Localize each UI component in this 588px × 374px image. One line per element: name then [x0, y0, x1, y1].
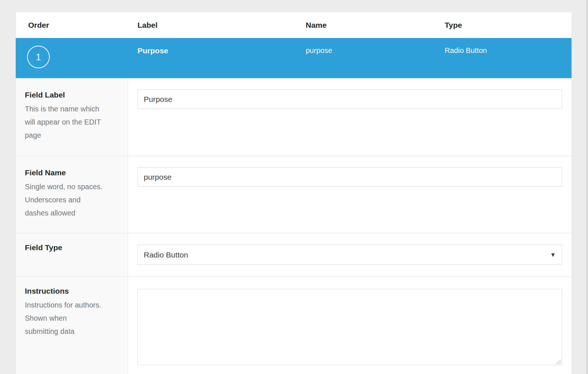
setting-input-cell: [128, 156, 572, 233]
setting-description: Instructions for authors. Shown when sub…: [25, 298, 118, 338]
instructions-textarea[interactable]: [137, 289, 562, 365]
setting-label-cell: Field Label This is the name which will …: [16, 78, 128, 156]
setting-label-cell: Field Name Single word, no spaces. Under…: [16, 156, 128, 233]
setting-row-field-type: Field Type Radio Button ▼: [16, 233, 572, 276]
setting-input-cell: [128, 277, 572, 374]
setting-description: This is the name which will appear on th…: [25, 102, 118, 142]
setting-row-instructions: Instructions Instructions for authors. S…: [16, 276, 572, 374]
setting-title: Field Label: [25, 91, 118, 99]
setting-description: Single word, no spaces. Underscores and …: [25, 180, 118, 220]
column-header-name: Name: [306, 21, 445, 30]
setting-input-cell: [128, 78, 572, 156]
setting-title: Instructions: [25, 287, 118, 295]
setting-label-cell: Instructions Instructions for authors. S…: [16, 277, 128, 374]
setting-title: Field Name: [25, 168, 118, 177]
field-label-input[interactable]: [137, 89, 562, 109]
field-summary-type: Radio Button: [445, 38, 572, 78]
instructions-textarea-wrap: [137, 289, 562, 365]
column-header-label: Label: [137, 21, 306, 30]
setting-row-field-label: Field Label This is the name which will …: [16, 78, 572, 156]
setting-input-cell: Radio Button ▼: [128, 233, 572, 276]
order-badge: 1: [27, 46, 50, 68]
setting-title: Field Type: [25, 243, 118, 252]
setting-row-field-name: Field Name Single word, no spaces. Under…: [16, 156, 572, 233]
field-settings-table: Order Label Name Type Purpose purpose Ra…: [15, 12, 572, 374]
setting-label-cell: Field Type: [16, 233, 128, 276]
field-summary-row[interactable]: Purpose purpose Radio Button 1: [16, 38, 572, 78]
table-header-row: Order Label Name Type: [16, 12, 572, 38]
field-type-selected-value: Radio Button: [144, 251, 188, 259]
field-type-select[interactable]: Radio Button ▼: [137, 245, 562, 265]
column-header-type: Type: [445, 21, 572, 30]
column-header-order: Order: [16, 21, 137, 30]
field-summary-label: Purpose: [137, 38, 306, 78]
field-name-input[interactable]: [137, 167, 562, 187]
dropdown-arrow-icon: ▼: [550, 252, 556, 258]
resize-handle-icon[interactable]: [555, 358, 561, 365]
field-summary-name: purpose: [306, 38, 445, 78]
vertical-scrollbar[interactable]: [586, 0, 588, 374]
